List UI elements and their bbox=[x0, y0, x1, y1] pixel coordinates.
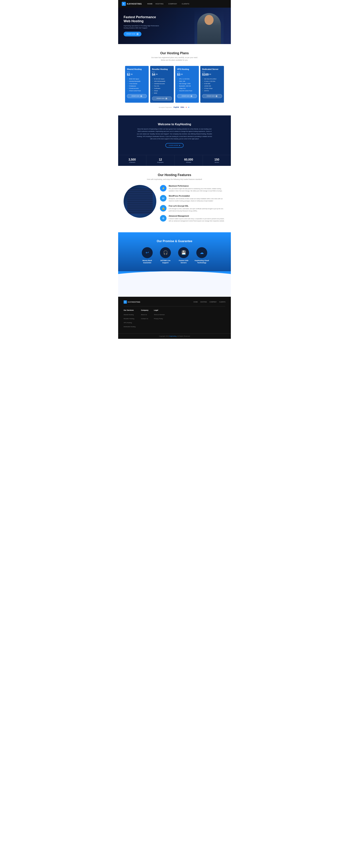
footer-col-company: Company About Us Contact Us bbox=[141, 309, 148, 329]
footer-nav-home[interactable]: HOME bbox=[194, 301, 198, 303]
footer-nav-company[interactable]: COMPANY bbox=[209, 301, 217, 303]
footer-nav: K KAYHOSTING HOME HOSTING COMPANY CLIENT… bbox=[124, 300, 225, 306]
feature-management-icon: ⚙ bbox=[160, 215, 167, 222]
plans-section: Our Hosting Plans Our team has engineere… bbox=[118, 44, 231, 116]
list-item: 1 Host Domain bbox=[127, 83, 147, 85]
plan-vps: VPS Hosting From $3 .99 CPU: 1x 3.30 GHz… bbox=[175, 66, 199, 103]
features-title: Our Hosting Features bbox=[124, 173, 225, 177]
nav-hosting[interactable]: HOSTING ▼ bbox=[155, 3, 165, 5]
payment-badges: Accepted Payments: PayPal VISA ● ■ bbox=[122, 106, 227, 108]
footer-link-vps[interactable]: VPS Hosting bbox=[124, 322, 132, 323]
footer-link-dedicated[interactable]: Dedicated Hosting bbox=[124, 326, 135, 328]
other-badge: ■ bbox=[188, 106, 189, 108]
footer-legal-links: Terms of Service Privacy Policy bbox=[154, 313, 165, 320]
nav-company-link[interactable]: COMPANY bbox=[168, 3, 177, 5]
footer-link-reseller[interactable]: Reseller Hosting bbox=[124, 318, 134, 319]
payment-label: Accepted Payments: bbox=[159, 106, 172, 108]
plan-shared-btn-label: ORDER NOW bbox=[131, 95, 139, 97]
promise-cloud: ☁ KayHosting Cloud Technology bbox=[195, 247, 209, 264]
copyright-link[interactable]: Kayhosting bbox=[169, 335, 176, 337]
feature-ssl-icon: 🔒 bbox=[160, 205, 167, 212]
learn-more-button[interactable]: LEARN MORE ▶ bbox=[165, 143, 184, 148]
hero-cta-button[interactable]: ORDER NOW ▶ bbox=[124, 32, 141, 36]
nav-company-arrow: ▼ bbox=[178, 3, 179, 5]
plan-shared-name: Shared Hosting bbox=[127, 68, 147, 70]
list-item: 5 TB @ 1Gbps bbox=[202, 87, 222, 90]
visa-badge: VISA bbox=[180, 106, 184, 108]
plan-vps-price: $3 .99 bbox=[177, 73, 197, 76]
footer-columns: Our Services Shared Hosting Reseller Hos… bbox=[124, 306, 225, 332]
stat-domains-label: Domains bbox=[176, 162, 201, 163]
list-item: cPanel Control Panel bbox=[127, 90, 147, 92]
feature-performance-icon: ⚡ bbox=[160, 185, 167, 191]
plan-vps-features: CPU: 1x 3.30 GHz RAM: 1GB SSD Storage: 1… bbox=[177, 78, 197, 92]
hero-btn-arrow: ▶ bbox=[136, 33, 139, 35]
stat-servers-number: 150 bbox=[205, 158, 229, 161]
learn-more-arrow: ▶ bbox=[179, 145, 180, 146]
plan-dedicated-features: Intel Xeon E3-1230v2 4 Cores x 3.30 GHz … bbox=[202, 78, 222, 92]
plan-vps-price-main: $3 bbox=[177, 73, 180, 76]
plan-reseller: Reseller Hosting From $4 .99 50 GB SSD S… bbox=[150, 66, 174, 103]
plan-vps-from: From bbox=[177, 71, 197, 73]
feature-management-title: Advanced Management bbox=[169, 215, 225, 217]
feature-wordpress-content: WordPress Pre-Installed Wordpress, and h… bbox=[169, 195, 225, 202]
footer-link-shared[interactable]: Shared Hosting bbox=[124, 314, 134, 315]
plan-reseller-price: $4 .99 bbox=[152, 73, 172, 76]
footer-link-about[interactable]: About Us bbox=[141, 314, 147, 315]
list-item: cPanel bbox=[152, 90, 172, 92]
learn-more-label: LEARN MORE bbox=[169, 145, 178, 146]
server-visual bbox=[127, 189, 153, 214]
nav-home[interactable]: HOME bbox=[147, 3, 152, 5]
plan-dedicated-name: Dedicated Server bbox=[202, 68, 222, 70]
hero-subtitle: KayHosting Specializes In Providing High… bbox=[124, 25, 160, 29]
nav-hosting-link[interactable]: HOSTING bbox=[155, 3, 164, 5]
stats-bar: 3,500 Customers 12 Employees 60,000 Doma… bbox=[118, 155, 231, 166]
plan-shared-btn[interactable]: ORDER NOW ▶ bbox=[127, 94, 147, 98]
stat-employees-label: Employees bbox=[148, 162, 173, 163]
plan-shared-features: 30GB SSD Space Unlimited Bandwidth 1 Hos… bbox=[127, 78, 147, 92]
footer-link-contact[interactable]: Contact Us bbox=[141, 318, 148, 319]
plan-dedicated: Dedicated Server From $169 .99 Intel Xeo… bbox=[200, 66, 224, 103]
nav-company[interactable]: COMPANY ▼ bbox=[168, 3, 179, 5]
footer-nav-hosting[interactable]: HOSTING bbox=[200, 301, 207, 303]
plan-dedicated-price-cents: .99 bbox=[209, 73, 211, 75]
promise-cloud-label: KayHosting Cloud Technology bbox=[195, 259, 209, 264]
features-server-image bbox=[124, 185, 156, 218]
plan-dedicated-btn[interactable]: ORDER NOW ▶ bbox=[202, 94, 222, 98]
plans-subtitle: Our team has engineered plans very caref… bbox=[122, 56, 227, 62]
promise-ssd-label: Fastest SSD Servers bbox=[176, 259, 191, 264]
list-item: WHM bbox=[152, 92, 172, 94]
footer-nav-clients[interactable]: CLIENTS bbox=[219, 301, 225, 303]
copyright-text: Copyright 2016 Kayhosting. All Rights Re… bbox=[159, 335, 190, 337]
list-item: SSD Storage: 10GB bbox=[177, 83, 197, 85]
plan-shared: Shared Hosting From $2 .99 30GB SSD Spac… bbox=[125, 66, 149, 103]
navbar: K KAYHOSTING HOME HOSTING ▼ COMPANY ▼ CL… bbox=[118, 0, 231, 8]
plan-vps-name: VPS Hosting bbox=[177, 68, 197, 70]
navbar-links: HOME HOSTING ▼ COMPANY ▼ CLIENTS bbox=[147, 3, 189, 5]
feature-management: ⚙ Advanced Management It doesn't matter … bbox=[160, 215, 225, 222]
list-item: 4 Cores x 3.30 GHz bbox=[202, 80, 222, 83]
plan-vps-btn-label: ORDER NOW bbox=[182, 95, 189, 97]
footer-services-links: Shared Hosting Reseller Hosting VPS Host… bbox=[124, 313, 135, 328]
wave-divider bbox=[118, 271, 231, 282]
footer-logo-icon: K bbox=[124, 300, 127, 304]
list-item: 5 Databases bbox=[127, 85, 147, 87]
plan-vps-btn[interactable]: ORDER NOW ▶ bbox=[177, 94, 197, 98]
plans-subtitle-line1: Our team has engineered plans very caref… bbox=[151, 57, 198, 58]
welcome-text: Since the launch of Kayhosting in 2016, … bbox=[136, 128, 213, 140]
footer-link-privacy[interactable]: Privacy Policy bbox=[154, 318, 163, 319]
nav-clients[interactable]: CLIENTS bbox=[182, 3, 189, 5]
list-item: Certificates bbox=[152, 87, 172, 90]
plan-reseller-from: From bbox=[152, 71, 172, 73]
stat-domains-number: 60,000 bbox=[176, 158, 201, 161]
promise-section: Our Promise & Guarantee ↩ Money Back Gua… bbox=[118, 232, 231, 271]
plan-dedicated-price-main: $169 bbox=[202, 73, 209, 76]
plan-dedicated-from: From bbox=[202, 71, 222, 73]
promise-money-back: ↩ Money Back Guarantee bbox=[140, 247, 154, 264]
promise-ssd: 💾 Fastest SSD Servers bbox=[176, 247, 191, 264]
plan-reseller-btn[interactable]: ORDER NOW ▶ bbox=[152, 96, 172, 100]
empty-section bbox=[118, 282, 231, 297]
promise-live-support: 🎧 24/7/365 Live Support bbox=[158, 247, 173, 264]
footer-company-links: About Us Contact Us bbox=[141, 313, 148, 320]
footer-link-tos[interactable]: Terms of Service bbox=[154, 314, 165, 315]
